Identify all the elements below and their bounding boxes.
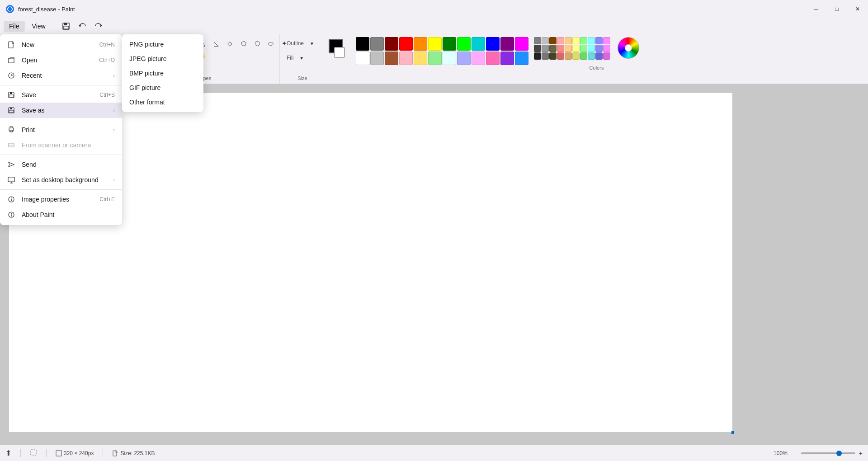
color-violet[interactable] [500, 52, 514, 65]
sm-color-10[interactable] [603, 37, 610, 44]
view-menu-item[interactable]: View [27, 21, 51, 32]
color-lightmagenta[interactable] [472, 52, 485, 65]
color-lightpink[interactable] [399, 52, 413, 65]
save-button[interactable] [59, 19, 73, 33]
color2-selected[interactable] [334, 47, 345, 58]
color-green[interactable] [443, 37, 456, 51]
color-lightyellow[interactable] [414, 52, 427, 65]
diamond-tool[interactable]: ◇ [224, 37, 236, 50]
new-icon [7, 41, 15, 49]
menu-about[interactable]: About Paint [0, 207, 122, 222]
color-magenta[interactable] [515, 37, 528, 51]
color-dodgerblue[interactable] [515, 52, 528, 65]
penta-tool[interactable]: ⬠ [237, 37, 250, 50]
file-menu-item[interactable]: File [4, 21, 25, 32]
sm-color-22[interactable] [542, 52, 549, 60]
sm-color-12[interactable] [542, 45, 549, 52]
color-wheel[interactable] [618, 37, 639, 59]
sm-color-11[interactable] [534, 45, 541, 52]
sm-color-20[interactable] [603, 45, 610, 52]
sm-color-5[interactable] [565, 37, 572, 44]
saveas-other[interactable]: Other format [122, 95, 203, 109]
saveas-label: Save as [22, 107, 107, 114]
color-white[interactable] [356, 52, 369, 65]
menu-open[interactable]: Open Ctrl+O [0, 52, 122, 68]
sm-color-7[interactable] [580, 37, 587, 44]
color-darkred[interactable] [385, 37, 398, 51]
color-yellow[interactable] [428, 37, 442, 51]
zoom-slider[interactable] [801, 452, 855, 454]
sm-color-23[interactable] [549, 52, 557, 60]
sm-color-29[interactable] [595, 52, 603, 60]
color-lightcyan[interactable] [443, 52, 456, 65]
sm-color-18[interactable] [588, 45, 595, 52]
sm-color-9[interactable] [595, 37, 603, 44]
hex-tool[interactable]: ⬡ [251, 37, 264, 50]
sm-color-25[interactable] [565, 52, 572, 60]
color-lightblue[interactable] [457, 52, 471, 65]
sm-color-13[interactable] [549, 45, 557, 52]
print-label: Print [22, 126, 107, 133]
menu-properties[interactable]: Image properties Ctrl+E [0, 192, 122, 207]
sm-color-16[interactable] [572, 45, 580, 52]
saveas-gif[interactable]: GIF picture [122, 80, 203, 95]
sm-color-15[interactable] [565, 45, 572, 52]
sm-color-17[interactable] [580, 45, 587, 52]
sm-color-2[interactable] [542, 37, 549, 44]
sm-color-6[interactable] [572, 37, 580, 44]
menu-divider-1 [0, 85, 122, 85]
saveas-jpeg[interactable]: JPEG picture [122, 52, 203, 66]
outline-dropdown[interactable]: ▼ [306, 37, 318, 50]
menu-print[interactable]: Print › [0, 122, 122, 137]
menu-desktop[interactable]: Set as desktop background › [0, 172, 122, 188]
menu-divider-3 [0, 155, 122, 155]
saveas-icon [7, 106, 15, 114]
sm-color-24[interactable] [557, 52, 564, 60]
color-orange[interactable] [414, 37, 427, 51]
app-icon [5, 5, 14, 14]
resize-handle[interactable] [731, 431, 734, 434]
saveas-bmp[interactable]: BMP picture [122, 66, 203, 80]
sm-color-1[interactable] [534, 37, 541, 44]
color-gray[interactable] [370, 37, 384, 51]
color-teal[interactable] [472, 37, 485, 51]
color-lime[interactable] [457, 37, 471, 51]
sm-color-8[interactable] [588, 37, 595, 44]
undo-button[interactable] [75, 19, 90, 33]
canvas-area[interactable] [0, 84, 868, 445]
sm-color-19[interactable] [595, 45, 603, 52]
zoom-out-button[interactable]: — [791, 450, 797, 457]
sm-color-3[interactable] [549, 37, 557, 44]
fill-dropdown[interactable]: ▼ [295, 52, 308, 64]
palette-row2 [356, 52, 528, 65]
menu-save[interactable]: Save Ctrl+S [0, 87, 122, 103]
zoom-in-button[interactable]: + [859, 450, 863, 457]
maximize-button[interactable]: □ [826, 0, 847, 18]
menu-send[interactable]: Send [0, 157, 122, 172]
minimize-button[interactable]: ─ [806, 0, 826, 18]
sm-color-4[interactable] [557, 37, 564, 44]
color-red[interactable] [399, 37, 413, 51]
rtriangle-tool[interactable]: ◺ [210, 37, 223, 50]
color-purple[interactable] [500, 37, 514, 51]
color-black[interactable] [356, 37, 369, 51]
sm-color-30[interactable] [603, 52, 610, 60]
redo-button[interactable] [91, 19, 106, 33]
color-silver[interactable] [370, 52, 384, 65]
saveas-png[interactable]: PNG picture [122, 37, 203, 52]
menu-new[interactable]: New Ctrl+N [0, 37, 122, 52]
color-blue[interactable] [486, 37, 500, 51]
sm-color-28[interactable] [588, 52, 595, 60]
color-lightgreen[interactable] [428, 52, 442, 65]
color-brown[interactable] [385, 52, 398, 65]
color-hotpink[interactable] [486, 52, 500, 65]
sm-color-26[interactable] [572, 52, 580, 60]
sm-color-27[interactable] [580, 52, 587, 60]
zoom-thumb[interactable] [836, 451, 842, 456]
rbbox-tool[interactable]: ⬭ [264, 37, 277, 50]
menu-saveas[interactable]: Save as › [0, 103, 122, 118]
sm-color-14[interactable] [557, 45, 564, 52]
close-button[interactable]: ✕ [847, 0, 868, 18]
menu-recent[interactable]: Recent › [0, 68, 122, 83]
sm-color-21[interactable] [534, 52, 541, 60]
